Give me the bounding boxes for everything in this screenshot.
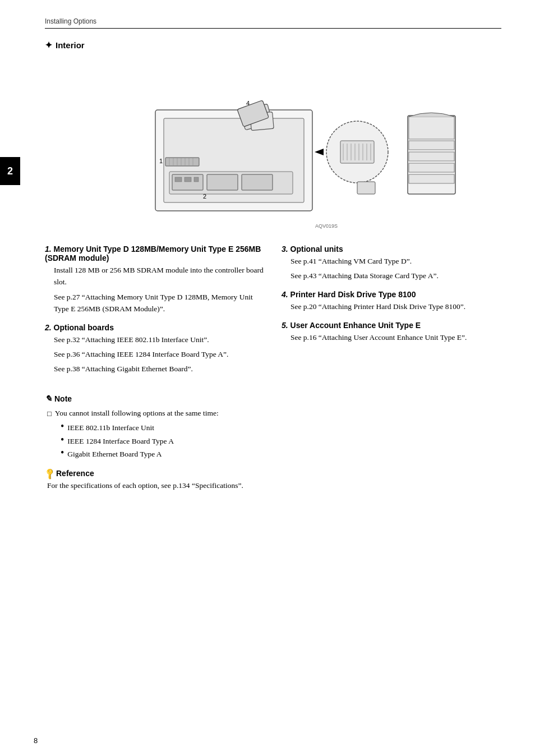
item4-body: See p.20 “Attaching Printer Hard Disk Dr… xyxy=(282,301,501,313)
content-columns: 1. Memory Unit Type D 128MB/Memory Unit … xyxy=(45,245,501,382)
item-block-5: 5. User Account Enhance Unit Type E See … xyxy=(282,321,501,344)
reference-label: Reference xyxy=(56,469,94,478)
svg-rect-26 xyxy=(340,141,374,163)
key-icon: 🔑 xyxy=(43,467,56,480)
page-number: 8 xyxy=(34,736,38,745)
note-bullet-list: • IEEE 802.11b Interface Unit • IEEE 128… xyxy=(47,422,501,460)
section-heading: ✦ Interior xyxy=(45,40,501,50)
item3-title: 3. Optional units xyxy=(282,245,501,253)
reference-text: For the specifications of each option, s… xyxy=(47,481,243,490)
interior-diagram: 1 2 4 5 xyxy=(82,59,464,233)
svg-rect-4 xyxy=(165,158,199,166)
bullet-text: IEEE 1284 Interface Board Type A xyxy=(67,436,174,447)
svg-rect-14 xyxy=(207,174,238,190)
reference-section: 🔑 Reference For the specifications of ea… xyxy=(45,469,501,492)
section-title: Interior xyxy=(56,40,85,50)
note-section: ✎ Note □ You cannot install following op… xyxy=(45,394,501,460)
diamond-icon: ✦ xyxy=(45,40,52,50)
col-right: 3. Optional units See p.41 “Attaching VM… xyxy=(282,245,501,382)
bullet-text: Gigabit Ethernet Board Type A xyxy=(67,449,162,460)
list-item: • IEEE 802.11b Interface Unit xyxy=(61,422,501,434)
item2-body: See p.32 “Attaching IEEE 802.11b Interfa… xyxy=(45,334,265,375)
checkbox-icon: □ xyxy=(47,408,52,420)
bullet-icon: • xyxy=(61,421,64,431)
bullet-icon: • xyxy=(61,448,64,458)
note-checkbox-line: □ You cannot install following options a… xyxy=(47,407,501,420)
svg-rect-42 xyxy=(409,117,454,139)
svg-rect-40 xyxy=(409,163,454,172)
svg-text:AQV019S: AQV019S xyxy=(315,223,338,229)
svg-rect-15 xyxy=(242,174,273,190)
svg-text:2: 2 xyxy=(203,193,206,200)
item-block-4: 4. Printer Hard Disk Drive Type 8100 See… xyxy=(282,290,501,313)
page-header: Installing Options xyxy=(45,17,501,29)
svg-rect-13 xyxy=(172,174,203,190)
note-icon: ✎ xyxy=(45,394,52,404)
bullet-text: IEEE 802.11b Interface Unit xyxy=(67,422,154,434)
note-checkbox-text: You cannot install following options at … xyxy=(55,407,219,420)
item-block-1: 1. Memory Unit Type D 128MB/Memory Unit … xyxy=(45,245,265,315)
chapter-number: 2 xyxy=(7,165,13,177)
svg-rect-17 xyxy=(185,177,191,182)
header-text: Installing Options xyxy=(45,17,96,25)
svg-rect-16 xyxy=(175,177,182,182)
col-left: 1. Memory Unit Type D 128MB/Memory Unit … xyxy=(45,245,265,382)
reference-header: 🔑 Reference xyxy=(45,469,501,478)
item2-title: 2. Optional boards xyxy=(45,323,265,332)
note-body: □ You cannot install following options a… xyxy=(45,407,501,460)
item4-title: 4. Printer Hard Disk Drive Type 8100 xyxy=(282,290,501,299)
note-label: Note xyxy=(54,394,72,403)
svg-rect-39 xyxy=(409,152,454,161)
svg-rect-41 xyxy=(409,174,454,183)
svg-text:1: 1 xyxy=(159,158,163,164)
reference-body: For the specifications of each option, s… xyxy=(45,480,501,492)
item-block-2: 2. Optional boards See p.32 “Attaching I… xyxy=(45,323,265,375)
item5-body: See p.16 “Attaching User Account Enhance… xyxy=(282,332,501,344)
item1-title: 1. Memory Unit Type D 128MB/Memory Unit … xyxy=(45,245,265,262)
svg-rect-38 xyxy=(409,141,454,150)
diagram-area: 1 2 4 5 xyxy=(45,59,501,233)
list-item: • IEEE 1284 Interface Board Type A xyxy=(61,436,501,447)
svg-rect-36 xyxy=(357,182,375,194)
item-block-3: 3. Optional units See p.41 “Attaching VM… xyxy=(282,245,501,282)
svg-rect-18 xyxy=(194,177,199,182)
item1-body: Install 128 MB or 256 MB SDRAM module in… xyxy=(45,265,265,315)
item5-title: 5. User Account Enhance Unit Type E xyxy=(282,321,501,330)
page-wrapper: 2 Installing Options ✦ Interior 1 xyxy=(0,0,535,756)
list-item: • Gigabit Ethernet Board Type A xyxy=(61,449,501,460)
bullet-icon: • xyxy=(61,435,64,445)
item3-body: See p.41 “Attaching VM Card Type D”. See… xyxy=(282,256,501,282)
note-header: ✎ Note xyxy=(45,394,501,404)
chapter-tab: 2 xyxy=(0,157,20,185)
